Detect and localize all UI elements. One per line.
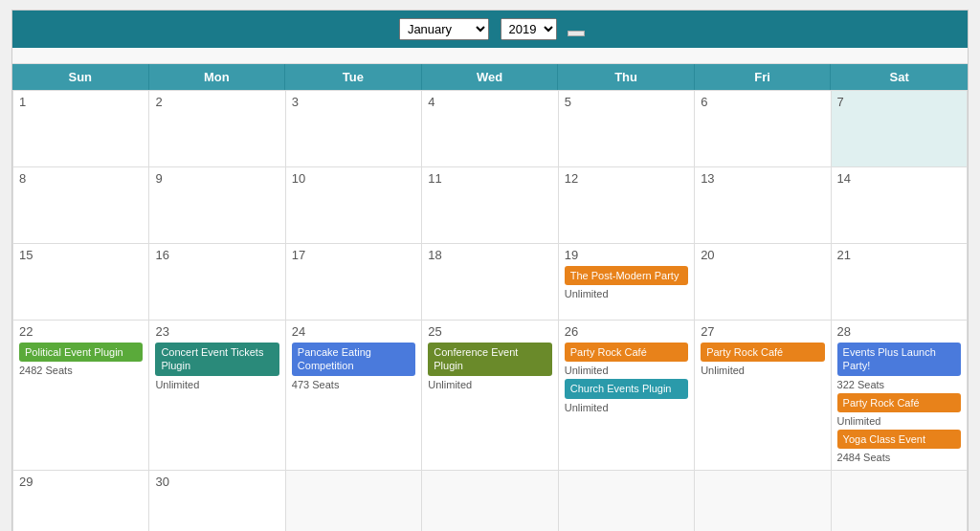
cal-cell-17: 17	[286, 244, 422, 321]
cal-cell-28: 28Events Plus Launch Party!322 SeatsPart…	[832, 321, 968, 471]
day-number: 29	[19, 475, 143, 489]
event-sub-text: 322 Seats	[837, 379, 961, 390]
event-badge[interactable]: The Post-Modern Party	[565, 266, 688, 285]
cal-cell-empty	[422, 471, 558, 531]
nav-row	[12, 48, 968, 64]
next-nov[interactable]	[831, 48, 968, 63]
event-badge[interactable]: Party Rock Café	[837, 393, 961, 412]
cal-cell-30: 30	[149, 471, 285, 531]
event-badge[interactable]: Concert Event Tickets Plugin	[155, 343, 278, 376]
cal-cell-23: 23Concert Event Tickets PluginUnlimited	[149, 321, 285, 471]
cal-cell-empty	[286, 471, 422, 531]
event-sub-text: Unlimited	[428, 379, 551, 390]
cal-cell-20: 20	[695, 244, 831, 321]
day-number: 21	[837, 248, 961, 262]
event-badge[interactable]: Pancake Eating Competition	[292, 343, 415, 376]
day-header-wed: Wed	[422, 64, 559, 90]
day-header-thu: Thu	[558, 64, 695, 90]
event-sub-text: Unlimited	[565, 365, 688, 376]
event-sub-text: 2484 Seats	[837, 452, 961, 463]
event-badge[interactable]: Yoga Class Event	[837, 430, 961, 449]
day-number: 10	[292, 171, 415, 186]
prev-aug[interactable]	[149, 48, 286, 63]
day-number: 19	[565, 248, 688, 262]
cal-cell-15: 15	[13, 244, 149, 321]
cal-cell-29: 29	[13, 471, 149, 531]
day-header-mon: Mon	[149, 64, 286, 90]
cal-cell-21: 21	[832, 244, 968, 321]
prev-jul[interactable]	[12, 48, 149, 63]
cal-cell-19: 19The Post-Modern PartyUnlimited	[559, 244, 695, 321]
day-number: 27	[701, 324, 824, 339]
day-header-tue: Tue	[285, 64, 422, 90]
calendar-header: JanuaryFebruaryMarchAprilMayJuneJulyAugu…	[12, 11, 968, 48]
cal-cell-16: 16	[149, 244, 285, 321]
cal-cell-5: 5	[559, 91, 695, 167]
day-number: 3	[292, 95, 415, 109]
day-number: 13	[701, 171, 824, 186]
day-headers: SunMonTueWedThuFriSat	[12, 64, 968, 90]
cal-cell-24: 24Pancake Eating Competition473 Seats	[286, 321, 422, 471]
calendar-container: JanuaryFebruaryMarchAprilMayJuneJulyAugu…	[11, 10, 969, 531]
cal-cell-2: 2	[149, 91, 285, 167]
day-number: 30	[155, 475, 278, 489]
cal-cell-13: 13	[695, 167, 831, 244]
event-sub-text: Unlimited	[701, 365, 824, 376]
day-number: 9	[155, 171, 278, 186]
cal-cell-empty	[832, 471, 968, 531]
cal-cell-18: 18	[422, 244, 558, 321]
event-sub-text: Unlimited	[837, 415, 961, 427]
day-number: 16	[155, 248, 278, 262]
event-badge[interactable]: Party Rock Café	[565, 343, 688, 362]
event-sub-text: 2482 Seats	[19, 365, 143, 376]
day-number: 6	[701, 95, 824, 109]
event-badge[interactable]: Conference Event Plugin	[428, 343, 551, 376]
day-number: 28	[837, 324, 961, 339]
event-sub-text: Unlimited	[565, 402, 688, 413]
event-badge[interactable]: Events Plus Launch Party!	[837, 343, 961, 376]
cal-cell-27: 27Party Rock CaféUnlimited	[695, 321, 831, 471]
month-title	[286, 48, 694, 63]
day-number: 2	[155, 95, 278, 109]
cal-cell-25: 25Conference Event PluginUnlimited	[422, 321, 558, 471]
cal-cell-7: 7	[832, 91, 968, 167]
day-number: 22	[19, 324, 143, 339]
cal-cell-22: 22Political Event Plugin2482 Seats	[13, 321, 149, 471]
day-header-sat: Sat	[831, 64, 968, 90]
event-badge[interactable]: Church Events Plugin	[565, 379, 688, 398]
day-number: 20	[701, 248, 824, 262]
cal-cell-3: 3	[286, 91, 422, 167]
day-number: 12	[565, 171, 688, 186]
day-header-fri: Fri	[695, 64, 832, 90]
cal-cell-6: 6	[695, 91, 831, 167]
calendar-grid: 12345678910111213141516171819The Post-Mo…	[12, 90, 968, 531]
day-header-sun: Sun	[12, 64, 149, 90]
event-sub-text: 473 Seats	[292, 379, 415, 390]
day-number: 4	[428, 95, 551, 109]
cal-cell-10: 10	[286, 167, 422, 244]
year-select[interactable]: 2015201620172018201920202021202220232024…	[501, 18, 557, 40]
day-number: 26	[565, 324, 688, 339]
day-number: 24	[292, 324, 415, 339]
cal-cell-26: 26Party Rock CaféUnlimitedChurch Events …	[559, 321, 695, 471]
day-number: 15	[19, 248, 143, 262]
next-oct[interactable]	[694, 48, 831, 63]
event-sub-text: Unlimited	[565, 288, 688, 299]
event-badge[interactable]: Political Event Plugin	[19, 343, 143, 362]
cal-cell-9: 9	[149, 167, 285, 244]
event-sub-text: Unlimited	[155, 379, 278, 390]
day-number: 17	[292, 248, 415, 262]
cal-cell-12: 12	[559, 167, 695, 244]
cal-cell-1: 1	[13, 91, 149, 167]
day-number: 7	[837, 95, 961, 109]
day-number: 5	[565, 95, 688, 109]
day-number: 8	[19, 171, 143, 186]
month-select[interactable]: JanuaryFebruaryMarchAprilMayJuneJulyAugu…	[399, 18, 489, 40]
go-button[interactable]	[568, 31, 585, 36]
day-number: 1	[19, 95, 143, 109]
cal-cell-8: 8	[13, 167, 149, 244]
cal-cell-11: 11	[422, 167, 558, 244]
event-badge[interactable]: Party Rock Café	[701, 343, 824, 362]
day-number: 18	[428, 248, 551, 262]
cal-cell-empty	[559, 471, 695, 531]
